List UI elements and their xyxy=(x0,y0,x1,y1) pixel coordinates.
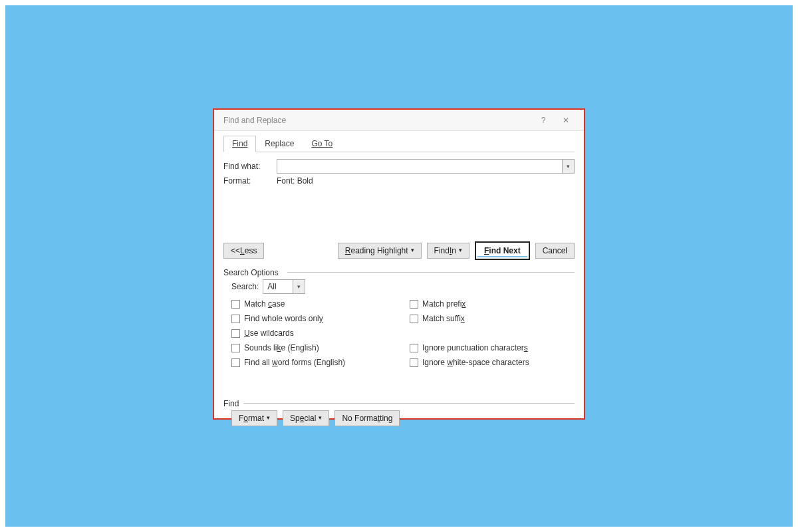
chevron-down-icon[interactable]: ▾ xyxy=(562,160,574,173)
chevron-down-icon[interactable]: ▾ xyxy=(293,280,305,293)
search-options-legend: Search Options xyxy=(223,268,281,277)
format-label: Format: xyxy=(223,176,277,186)
find-next-button[interactable]: Find Next xyxy=(475,241,530,260)
help-button[interactable]: ? xyxy=(532,110,555,130)
whole-words-checkbox[interactable]: Find whole words only xyxy=(231,313,396,325)
chevron-down-icon: ▾ xyxy=(459,247,462,253)
all-word-forms-checkbox[interactable]: Find all word forms (English) xyxy=(231,356,396,368)
wildcards-checkbox[interactable]: Use wildcards xyxy=(231,327,396,339)
match-case-checkbox[interactable]: Match case xyxy=(231,298,396,310)
close-button[interactable]: ✕ xyxy=(555,110,577,130)
ignore-whitespace-checkbox[interactable]: Ignore white-space characters xyxy=(410,356,575,368)
checkbox-icon xyxy=(231,344,240,352)
find-replace-dialog: Find and Replace ? ✕ Find Replace Go To … xyxy=(213,108,585,420)
find-group-legend: Find xyxy=(223,399,241,408)
search-options-group: Search Options Search: All ▾ Match case xyxy=(223,268,575,368)
tab-goto[interactable]: Go To xyxy=(303,136,341,152)
match-prefix-checkbox[interactable]: Match prefix xyxy=(410,298,575,310)
close-icon: ✕ xyxy=(563,116,569,125)
find-group: Find Format▾ Special▾ No Formatting xyxy=(223,399,575,426)
match-suffix-checkbox[interactable]: Match suffix xyxy=(410,313,575,325)
chevron-down-icon: ▾ xyxy=(319,414,322,421)
special-button[interactable]: Special▾ xyxy=(283,410,329,426)
checkbox-icon xyxy=(410,358,418,367)
dialog-title: Find and Replace xyxy=(223,116,286,125)
chevron-down-icon: ▾ xyxy=(411,247,414,253)
checkbox-icon xyxy=(410,300,418,309)
checkbox-icon xyxy=(231,315,240,323)
tab-replace[interactable]: Replace xyxy=(256,136,303,152)
find-in-button[interactable]: Find In▾ xyxy=(427,243,469,259)
reading-highlight-button[interactable]: Reading Highlight▾ xyxy=(338,243,422,259)
format-value: Font: Bold xyxy=(277,176,313,186)
search-direction-label: Search: xyxy=(231,282,259,291)
chevron-down-icon: ▾ xyxy=(267,414,270,421)
checkbox-icon xyxy=(231,358,240,367)
find-what-input[interactable]: ▾ xyxy=(277,159,575,174)
checkbox-icon xyxy=(410,315,418,323)
checkbox-icon xyxy=(410,344,418,352)
format-button[interactable]: Format▾ xyxy=(231,410,277,426)
sounds-like-checkbox[interactable]: Sounds like (English) xyxy=(231,342,396,354)
find-what-label: Find what: xyxy=(223,162,277,171)
ignore-punctuation-checkbox[interactable]: Ignore punctuation characters xyxy=(410,342,575,354)
titlebar: Find and Replace ? ✕ xyxy=(214,110,584,131)
tab-strip: Find Replace Go To xyxy=(223,134,575,152)
less-button[interactable]: << Less xyxy=(223,243,264,259)
tab-find[interactable]: Find xyxy=(223,136,256,152)
checkbox-icon xyxy=(231,329,240,338)
checkbox-icon xyxy=(231,300,240,309)
search-direction-select[interactable]: All ▾ xyxy=(263,279,305,294)
help-icon: ? xyxy=(541,116,546,125)
cancel-button[interactable]: Cancel xyxy=(535,243,575,259)
no-formatting-button[interactable]: No Formatting xyxy=(334,410,400,426)
